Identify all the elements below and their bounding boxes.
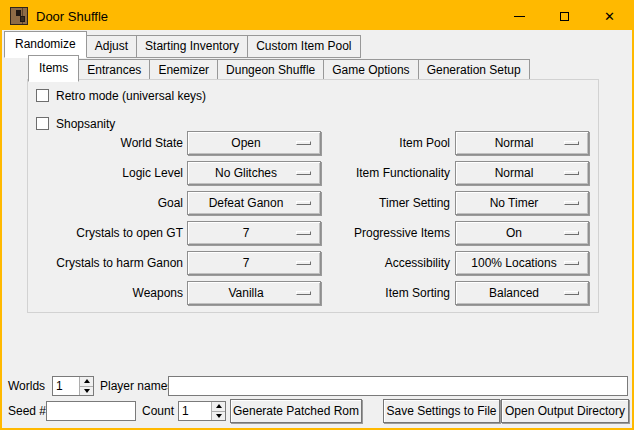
weapons-label: Weapons bbox=[30, 281, 183, 305]
goal-label: Goal bbox=[30, 191, 183, 215]
dropdown-indicator-icon bbox=[564, 231, 579, 235]
crystals-open-gt-dropdown[interactable]: 7 bbox=[187, 221, 321, 245]
sub-tab-bar: Items Entrances Enemizer Dungeon Shuffle… bbox=[28, 55, 529, 82]
dropdown-indicator-icon bbox=[296, 231, 311, 235]
minimize-icon bbox=[514, 16, 525, 17]
worlds-spin-down[interactable] bbox=[80, 386, 93, 396]
dropdown-indicator-icon bbox=[296, 171, 311, 175]
progressive-items-label: Progressive Items bbox=[322, 221, 450, 245]
window-title: Door Shuffle bbox=[36, 9, 108, 24]
dropdown-indicator-icon bbox=[564, 201, 579, 205]
generate-patched-rom-button[interactable]: Generate Patched Rom bbox=[230, 399, 362, 423]
tab-randomize[interactable]: Randomize bbox=[4, 31, 87, 58]
tab-items[interactable]: Items bbox=[28, 55, 79, 82]
count-label: Count bbox=[142, 401, 174, 421]
door-icon bbox=[10, 7, 28, 25]
item-functionality-dropdown[interactable]: Normal bbox=[455, 161, 589, 185]
accessibility-label: Accessibility bbox=[322, 251, 450, 275]
item-pool-dropdown[interactable]: Normal bbox=[455, 131, 589, 155]
crystals-open-gt-label: Crystals to open GT bbox=[30, 221, 183, 245]
timer-setting-dropdown[interactable]: No Timer bbox=[455, 191, 589, 215]
worlds-spinbox[interactable]: 1 bbox=[52, 376, 94, 396]
main-tab-bar: Randomize Adjust Starting Inventory Cust… bbox=[4, 31, 360, 58]
spin-up-icon bbox=[216, 404, 222, 408]
progressive-items-dropdown[interactable]: On bbox=[455, 221, 589, 245]
seed-label: Seed # bbox=[8, 401, 46, 421]
count-spin-down[interactable] bbox=[212, 411, 225, 421]
dropdown-indicator-icon bbox=[296, 291, 311, 295]
spin-down-icon bbox=[216, 414, 222, 418]
weapons-dropdown[interactable]: Vanilla bbox=[187, 281, 321, 305]
dropdown-indicator-icon bbox=[296, 201, 311, 205]
accessibility-dropdown[interactable]: 100% Locations bbox=[455, 251, 589, 275]
maximize-button[interactable] bbox=[542, 2, 587, 30]
logic-level-label: Logic Level bbox=[30, 161, 183, 185]
worlds-spin-up[interactable] bbox=[80, 377, 93, 386]
close-button[interactable]: ✕ bbox=[587, 2, 632, 30]
seed-input[interactable] bbox=[46, 401, 136, 421]
spin-down-icon bbox=[84, 389, 90, 393]
crystals-harm-ganon-label: Crystals to harm Ganon bbox=[30, 251, 183, 275]
worlds-label: Worlds bbox=[8, 376, 45, 396]
crystals-harm-ganon-dropdown[interactable]: 7 bbox=[187, 251, 321, 275]
titlebar[interactable]: Door Shuffle ✕ bbox=[2, 2, 632, 30]
dropdown-indicator-icon bbox=[296, 141, 311, 145]
player-names-input[interactable] bbox=[168, 376, 628, 396]
item-sorting-label: Item Sorting bbox=[322, 281, 450, 305]
world-state-label: World State bbox=[30, 131, 183, 155]
logic-level-dropdown[interactable]: No Glitches bbox=[187, 161, 321, 185]
shopsanity-label: Shopsanity bbox=[56, 117, 115, 131]
count-spin-up[interactable] bbox=[212, 402, 225, 411]
goal-dropdown[interactable]: Defeat Ganon bbox=[187, 191, 321, 215]
save-settings-button[interactable]: Save Settings to File bbox=[383, 399, 500, 423]
dropdown-indicator-icon bbox=[296, 261, 311, 265]
open-output-directory-button[interactable]: Open Output Directory bbox=[501, 399, 629, 423]
close-icon: ✕ bbox=[604, 10, 615, 23]
item-sorting-dropdown[interactable]: Balanced bbox=[455, 281, 589, 305]
player-names-label: Player names bbox=[100, 376, 173, 396]
dropdown-indicator-icon bbox=[564, 171, 579, 175]
maximize-icon bbox=[560, 12, 569, 21]
spin-up-icon bbox=[84, 379, 90, 383]
dropdown-indicator-icon bbox=[564, 291, 579, 295]
retro-mode-label: Retro mode (universal keys) bbox=[56, 89, 206, 103]
dropdown-indicator-icon bbox=[564, 261, 579, 265]
retro-mode-checkbox[interactable] bbox=[36, 89, 49, 102]
dropdown-indicator-icon bbox=[564, 141, 579, 145]
app-window: Door Shuffle ✕ Randomize Adjust Starting… bbox=[0, 0, 634, 430]
minimize-button[interactable] bbox=[497, 2, 542, 30]
shopsanity-checkbox[interactable] bbox=[36, 117, 49, 130]
world-state-dropdown[interactable]: Open bbox=[187, 131, 321, 155]
timer-setting-label: Timer Setting bbox=[322, 191, 450, 215]
item-pool-label: Item Pool bbox=[322, 131, 450, 155]
count-spinbox[interactable]: 1 bbox=[178, 401, 226, 421]
item-functionality-label: Item Functionality bbox=[322, 161, 450, 185]
